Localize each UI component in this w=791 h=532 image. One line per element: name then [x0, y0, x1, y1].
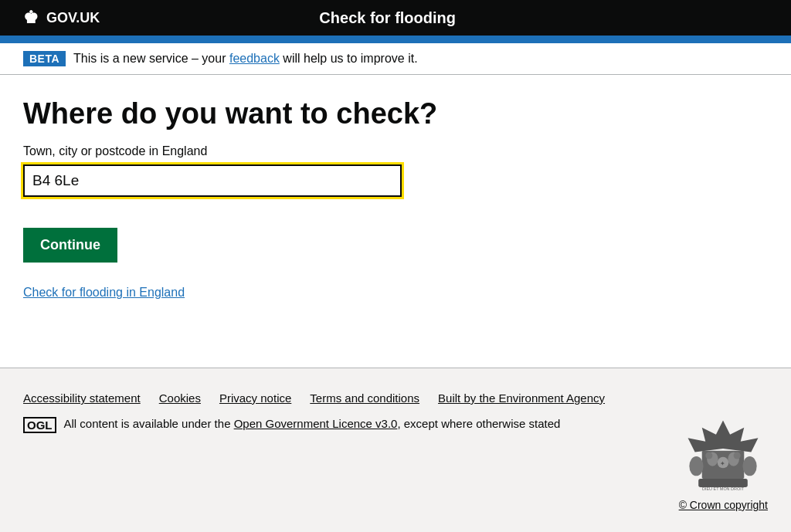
svg-text:✦: ✦ — [721, 460, 726, 467]
beta-banner: BETA This is a new service – your feedba… — [0, 43, 791, 75]
beta-tag: BETA — [23, 51, 66, 66]
privacy-link[interactable]: Privacy notice — [219, 391, 291, 405]
svg-marker-0 — [688, 421, 759, 452]
ogl-logo: OGL — [23, 417, 56, 433]
crown-copyright-link[interactable]: © Crown copyright — [679, 499, 768, 511]
field-label: Town, city or postcode in England — [23, 144, 718, 158]
site-footer: Accessibility statement Cookies Privacy … — [0, 368, 791, 532]
crown-emblem-icon: ✦ DIEU ET MON DROIT — [681, 417, 766, 494]
ogl-licence-link[interactable]: Open Government Licence v3.0 — [234, 417, 398, 430]
svg-point-5 — [734, 452, 741, 459]
footer-crown: ✦ DIEU ET MON DROIT © Crown copyright — [679, 417, 768, 511]
svg-point-7 — [690, 456, 704, 476]
svg-point-8 — [743, 456, 757, 476]
footer-links: Accessibility statement Cookies Privacy … — [23, 391, 768, 405]
accessibility-link[interactable]: Accessibility statement — [23, 391, 141, 405]
continue-button[interactable]: Continue — [23, 228, 117, 263]
crown-icon: ♚ — [23, 8, 39, 28]
svg-text:DIEU ET MON DROIT: DIEU ET MON DROIT — [702, 486, 745, 491]
check-flooding-link[interactable]: Check for flooding in England — [23, 286, 185, 299]
env-agency-link[interactable]: Built by the Environment Agency — [438, 391, 605, 405]
svg-point-3 — [706, 452, 713, 459]
cookies-link[interactable]: Cookies — [159, 391, 201, 405]
footer-bottom: OGL All content is available under the O… — [23, 417, 768, 511]
main-wrapper: BETA This is a new service – your feedba… — [0, 43, 791, 368]
terms-link[interactable]: Terms and conditions — [310, 391, 419, 405]
gov-uk-logo[interactable]: ♚ GOV.UK — [23, 8, 100, 28]
location-input[interactable] — [23, 164, 402, 197]
site-header: ♚ GOV.UK Check for flooding — [0, 0, 791, 36]
feedback-link[interactable]: feedback — [229, 52, 280, 65]
logo-text: GOV.UK — [46, 10, 100, 26]
beta-text: This is a new service – your feedback wi… — [73, 52, 418, 66]
main-content: Where do you want to check? Town, city o… — [0, 75, 742, 346]
header-title: Check for flooding — [319, 9, 456, 27]
footer-ogl: OGL All content is available under the O… — [23, 417, 560, 433]
progress-bar — [0, 36, 791, 43]
page-heading: Where do you want to check? — [23, 98, 718, 130]
